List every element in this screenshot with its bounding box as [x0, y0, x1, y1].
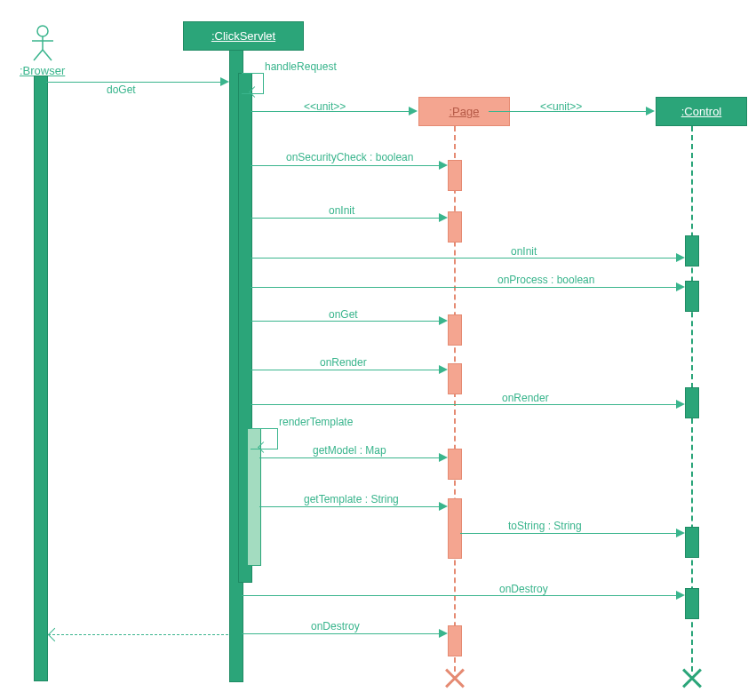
actor-icon: [30, 25, 55, 62]
label-onget: onGet: [329, 308, 358, 321]
arrowhead-ondestroy-control: [676, 591, 685, 600]
svg-line-4: [43, 50, 52, 60]
arrow-tostring: [460, 533, 683, 534]
label-handlerequest: handleRequest: [265, 60, 337, 73]
arrowhead-oninit-page: [439, 213, 448, 222]
label-onrender1: onRender: [320, 356, 367, 369]
arrowhead-onget: [439, 316, 448, 325]
arrowhead-onrender-page: [439, 365, 448, 374]
arrowhead-tostring: [676, 529, 685, 537]
arrow-onprocess: [251, 287, 683, 288]
arrow-securitycheck: [251, 165, 446, 166]
activation-control-oninit: [685, 235, 699, 266]
label-doget: doGet: [107, 84, 136, 96]
arrow-ondestroy-page: [242, 633, 446, 634]
activation-control-tostring: [685, 527, 699, 558]
actor-browser: :Browser: [20, 25, 65, 77]
label-onprocess: onProcess : boolean: [497, 274, 594, 286]
lifeline-control-label: :Control: [681, 105, 722, 118]
sequence-diagram: { "participants": { "browser": ":Browser…: [0, 0, 756, 700]
label-onrender2: onRender: [502, 392, 549, 404]
arrowhead-doget: [220, 77, 229, 86]
arrowhead-gettemplate: [439, 502, 448, 511]
arrowhead-return: [48, 628, 62, 642]
arrowhead-onrender-control: [676, 400, 685, 409]
destroy-control: [683, 668, 701, 686]
label-unit1: <<unit>>: [304, 100, 346, 113]
lifeline-clickservlet-label: :ClickServlet: [211, 29, 275, 43]
arrow-onrender-control: [251, 404, 683, 405]
arrow-oninit-page: [251, 218, 446, 219]
arrow-ondestroy-control: [242, 595, 683, 596]
arrow-gettemplate: [259, 506, 446, 507]
activation-page-securitycheck: [448, 160, 462, 191]
arrowhead-oninit-control: [676, 253, 685, 262]
label-tostring: toString : String: [508, 520, 582, 532]
label-securitycheck: onSecurityCheck : boolean: [286, 151, 413, 163]
label-oninit1: onInit: [329, 204, 354, 217]
svg-line-3: [34, 50, 43, 60]
lifeline-control: :Control: [656, 97, 747, 126]
label-ondestroy2: onDestroy: [311, 620, 360, 632]
activation-control-onprocess: [685, 281, 699, 312]
activation-page-getmodel: [448, 449, 462, 480]
arrowhead-create-page: [409, 107, 418, 115]
arrowhead-ondestroy-page: [439, 629, 448, 638]
label-ondestroy1: onDestroy: [499, 583, 548, 595]
label-oninit2: onInit: [511, 245, 537, 258]
arrowhead-getmodel: [439, 453, 448, 462]
label-getmodel: getModel : Map: [313, 444, 386, 457]
activation-page-oninit: [448, 211, 462, 243]
activation-page-ondestroy: [448, 625, 462, 656]
arrow-onget: [251, 321, 446, 322]
activation-page-onget: [448, 314, 462, 346]
label-unit2: <<unit>>: [540, 100, 582, 113]
lifeline-page-line: [454, 126, 456, 672]
label-gettemplate: getTemplate : String: [304, 493, 399, 505]
arrow-return: [48, 634, 228, 635]
activation-control-ondestroy: [685, 588, 699, 619]
arrowhead-create-control: [646, 107, 655, 115]
lifeline-clickservlet: :ClickServlet: [183, 21, 304, 51]
svg-point-0: [37, 26, 48, 36]
activation-browser: [34, 76, 48, 681]
label-rendertemplate: renderTemplate: [279, 416, 353, 428]
destroy-page: [446, 668, 464, 686]
arrow-oninit-control: [251, 258, 683, 259]
activation-page-gettemplate: [448, 498, 462, 559]
lifeline-page-label: :Page: [450, 105, 480, 118]
arrow-getmodel: [259, 457, 446, 458]
arrow-onrender-page: [251, 370, 446, 370]
activation-control-onrender: [685, 387, 699, 418]
activation-page-onrender: [448, 363, 462, 394]
arrowhead-securitycheck: [439, 161, 448, 170]
arrowhead-onprocess: [676, 282, 685, 291]
arrow-doget: [46, 82, 227, 83]
